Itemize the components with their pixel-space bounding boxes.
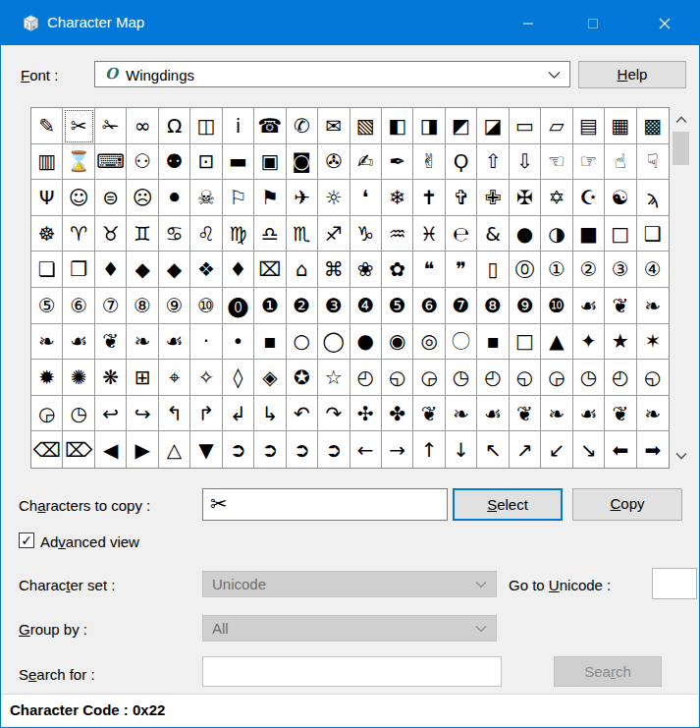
glyph-cell[interactable]: ⑥ — [63, 288, 94, 324]
glyph-cell[interactable]: ♊ — [127, 216, 158, 252]
glyph-cell[interactable]: ✤ — [382, 396, 413, 432]
glyph-cell[interactable]: ❑ — [637, 216, 669, 252]
glyph-cell[interactable]: ❧ — [127, 324, 158, 361]
copy-button[interactable]: Copy — [572, 488, 682, 521]
glyph-cell[interactable]: ▯ — [477, 252, 509, 288]
glyph-cell[interactable]: ☪ — [573, 180, 605, 216]
search-input[interactable] — [202, 656, 502, 687]
maximize-button[interactable] — [564, 1, 622, 45]
glyph-cell[interactable]: ☜ — [541, 144, 572, 181]
glyph-cell[interactable]: ▪ — [477, 324, 509, 361]
grid-scrollbar[interactable] — [673, 107, 689, 469]
glyph-cell[interactable]: ⊡ — [190, 144, 222, 181]
advanced-view-checkbox[interactable]: ✓ — [19, 532, 34, 548]
scrollbar-thumb[interactable] — [673, 132, 689, 165]
glyph-cell[interactable]: ∞ — [127, 108, 158, 144]
glyph-cell[interactable]: ❛ — [350, 180, 382, 216]
glyph-cell[interactable]: ☟ — [637, 144, 669, 181]
glyph-cell[interactable]: ❦ — [510, 396, 541, 432]
glyph-cell[interactable]: ▶ — [127, 431, 158, 468]
glyph-cell[interactable]: ⑧ — [127, 288, 158, 324]
glyph-cell[interactable]: ✁ — [95, 108, 127, 144]
glyph-cell[interactable]: ➲ — [318, 431, 350, 468]
glyph-cell[interactable]: ◪ — [477, 108, 509, 144]
glyph-cell[interactable]: ③ — [605, 252, 636, 288]
glyph-cell[interactable]: ◙ — [287, 144, 318, 181]
glyph-cell[interactable]: ✞ — [446, 180, 477, 216]
glyph-cell[interactable]: ↗ — [510, 431, 541, 468]
glyph-cell[interactable]: ◯ — [318, 324, 350, 361]
glyph-cell[interactable]: ☞ — [573, 144, 605, 181]
glyph-cell[interactable]: ☎ — [254, 108, 286, 144]
characters-to-copy-input[interactable]: ✂ — [202, 488, 448, 521]
glyph-cell[interactable]: ☠ — [190, 180, 222, 216]
glyph-cell[interactable]: Ω — [159, 108, 190, 144]
glyph-cell[interactable]: ✉ — [318, 108, 350, 144]
glyph-cell[interactable]: ❺ — [382, 288, 413, 324]
glyph-cell[interactable]: ★ — [605, 324, 636, 361]
glyph-cell[interactable]: ✠ — [510, 180, 541, 216]
glyph-cell[interactable]: Ϙ — [446, 144, 477, 181]
glyph-cell[interactable]: ⊜ — [95, 180, 127, 216]
glyph-cell[interactable]: ❏ — [31, 252, 63, 288]
glyph-cell[interactable]: ⑤ — [31, 288, 63, 324]
font-select[interactable]: O Wingdings — [94, 61, 570, 87]
glyph-cell[interactable]: ❧ — [637, 396, 669, 432]
glyph-cell[interactable]: · — [190, 324, 222, 361]
glyph-cell[interactable]: ◩ — [446, 108, 477, 144]
glyph-cell[interactable]: ⑦ — [95, 288, 127, 324]
glyph-cell[interactable]: ❦ — [605, 288, 636, 324]
glyph-cell[interactable]: ↲ — [223, 396, 254, 432]
glyph-cell[interactable]: ☝ — [605, 144, 636, 181]
glyph-cell[interactable]: ⌧ — [254, 252, 286, 288]
help-button[interactable]: Help — [578, 61, 686, 88]
glyph-cell[interactable]: ▪ — [254, 324, 286, 361]
glyph-cell[interactable]: Ψ — [31, 180, 63, 216]
glyph-cell[interactable]: ⚇ — [127, 144, 158, 181]
glyph-cell[interactable]: ✦ — [573, 324, 605, 361]
glyph-cell[interactable]: ◷ — [446, 360, 477, 396]
glyph-cell[interactable]: ⓪ — [510, 252, 541, 288]
glyph-cell[interactable]: ② — [573, 252, 605, 288]
glyph-cell[interactable]: ↓ — [446, 431, 477, 468]
glyph-cell[interactable]: ⊞ — [127, 360, 158, 396]
glyph-cell[interactable]: ❻ — [413, 288, 445, 324]
glyph-cell[interactable]: ☙ — [63, 324, 94, 361]
glyph-cell[interactable]: □ — [510, 324, 541, 361]
glyph-cell[interactable]: ➡ — [637, 431, 669, 468]
glyph-cell[interactable]: ☼ — [318, 180, 350, 216]
glyph-cell[interactable]: ◆ — [127, 252, 158, 288]
glyph-cell[interactable]: ♓ — [413, 216, 445, 252]
glyph-cell[interactable]: ▭ — [510, 108, 541, 144]
glyph-cell[interactable]: ◵ — [637, 360, 669, 396]
glyph-cell[interactable]: ♦ — [95, 252, 127, 288]
glyph-cell[interactable]: ❧ — [31, 324, 63, 361]
glyph-cell[interactable]: ❞ — [446, 252, 477, 288]
glyph-cell[interactable]: ↩ — [95, 396, 127, 432]
glyph-cell[interactable]: ❐ — [63, 252, 94, 288]
glyph-cell[interactable]: ☆ — [318, 360, 350, 396]
glyph-cell[interactable]: ↰ — [159, 396, 190, 432]
glyph-cell[interactable]: ♌ — [190, 216, 222, 252]
glyph-cell[interactable]: ◊ — [223, 360, 254, 396]
glyph-cell[interactable]: ▬ — [223, 144, 254, 181]
glyph-cell[interactable]: ◴ — [605, 360, 636, 396]
glyph-cell[interactable]: ❖ — [190, 252, 222, 288]
glyph-cell[interactable]: ✙ — [477, 180, 509, 216]
glyph-cell[interactable]: ❷ — [287, 288, 318, 324]
glyph-cell[interactable]: ⑨ — [159, 288, 190, 324]
glyph-cell[interactable]: ✒ — [382, 144, 413, 181]
glyph-cell[interactable]: ↶ — [287, 396, 318, 432]
glyph-cell[interactable]: ◧ — [382, 108, 413, 144]
glyph-cell[interactable]: ❾ — [510, 288, 541, 324]
glyph-cell[interactable]: ④ — [637, 252, 669, 288]
glyph-cell[interactable]: ❦ — [413, 396, 445, 432]
glyph-cell[interactable]: ☸ — [31, 216, 63, 252]
glyph-cell[interactable]: ◈ — [254, 360, 286, 396]
glyph-cell[interactable]: ♏ — [287, 216, 318, 252]
glyph-cell[interactable]: ✆ — [287, 108, 318, 144]
glyph-cell[interactable]: ▩ — [637, 108, 669, 144]
glyph-cell[interactable]: ✇ — [318, 144, 350, 181]
glyph-cell[interactable]: △ — [159, 431, 190, 468]
glyph-cell[interactable]: ✡ — [541, 180, 572, 216]
